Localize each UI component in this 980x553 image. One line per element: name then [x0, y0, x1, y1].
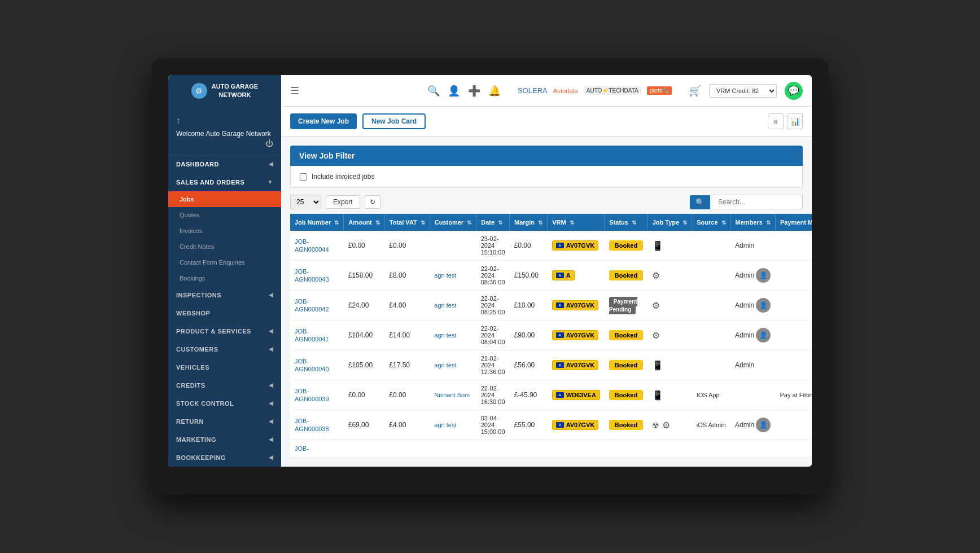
sidebar-label-sales-orders: SALES AND ORDERS — [176, 179, 244, 186]
job-number-link[interactable]: JOB-AGN000039 — [295, 388, 329, 402]
date-cell: 22-02-2024 08:36:00 — [476, 261, 510, 291]
col-payment-modes[interactable]: Payment Modes ⇅ — [775, 214, 812, 231]
include-invoiced-label[interactable]: Include invoiced jobs — [300, 173, 793, 181]
sidebar-item-dashboard[interactable]: DASHBOARD ◀ — [168, 155, 281, 173]
vrm-cell: A A — [548, 261, 605, 291]
search-submit-button[interactable]: 🔍 — [690, 195, 710, 209]
job-type-cell: ⚙ — [648, 261, 692, 291]
total-vat-cell: £14.00 — [384, 321, 430, 350]
new-job-card-button[interactable]: New Job Card — [362, 113, 426, 129]
collapse-icon-btn[interactable]: « — [768, 113, 784, 129]
col-margin[interactable]: Margin ⇅ — [510, 214, 548, 231]
job-number-link[interactable]: JOB-AGN000042 — [295, 298, 329, 313]
sidebar-item-contact-form[interactable]: Contact Form Enquiries — [168, 254, 281, 270]
refresh-button[interactable]: ↻ — [365, 195, 380, 209]
sidebar-collapse-arrow[interactable]: ↑ — [176, 116, 273, 126]
col-job-number[interactable]: Job Number ⇅ — [290, 214, 344, 231]
create-new-job-button[interactable]: Create New Job — [290, 113, 357, 129]
sidebar-item-inspections[interactable]: INSPECTIONS ◀ — [168, 286, 281, 304]
vrm-badge: A WD63VEA — [552, 390, 600, 400]
sidebar-item-bookings[interactable]: Bookings — [168, 270, 281, 286]
col-vrm[interactable]: VRM ⇅ — [548, 214, 605, 231]
sidebar-item-credits[interactable]: CREDITS ◀ — [168, 376, 281, 394]
sidebar-item-return[interactable]: RETURN ◀ — [168, 412, 281, 431]
col-source[interactable]: Source ⇅ — [692, 214, 730, 231]
add-icon[interactable]: ➕ — [468, 85, 480, 97]
sidebar-item-stock-control[interactable]: STOCK CONTROL ◀ — [168, 394, 281, 412]
members-cell: Admin 👤 — [730, 261, 775, 291]
source-cell — [692, 350, 730, 380]
phone-icon: 📱 — [652, 241, 663, 251]
vrm-credit-select[interactable]: VRM Credit: 82VRM Credit: 50VRM Credit: … — [709, 84, 777, 98]
source-cell — [692, 231, 730, 261]
whatsapp-button[interactable]: 💬 — [785, 82, 803, 100]
phone-icon: 📱 — [652, 361, 663, 370]
bell-icon[interactable]: 🔔 — [488, 85, 501, 97]
job-number-link[interactable]: JOB-AGN000038 — [295, 418, 329, 432]
job-number-link[interactable]: JOB-AGN000040 — [295, 358, 329, 372]
customer-link[interactable]: agn test — [434, 422, 456, 428]
hamburger-icon[interactable]: ☰ — [290, 85, 299, 97]
job-number-link[interactable]: JOB-AGN000043 — [295, 268, 329, 283]
sidebar-item-invoices[interactable]: Invoices — [168, 223, 281, 239]
search-icon[interactable]: 🔍 — [427, 85, 440, 97]
sidebar-item-quotes[interactable]: Quotes — [168, 207, 281, 223]
top-bar: ⚙ AUTO GARAGE NETWORK ☰ 🔍 👤 ➕ 🔔 SOLERA A… — [168, 75, 812, 107]
job-number-link[interactable]: JOB-AGN000041 — [295, 328, 329, 343]
phone-icon: 📱 — [652, 390, 663, 400]
col-members[interactable]: Members ⇅ — [730, 214, 775, 231]
col-customer[interactable]: Customer ⇅ — [430, 214, 476, 231]
return-arrow: ◀ — [269, 418, 274, 424]
customer-link[interactable]: agn test — [434, 332, 456, 339]
chart-icon-btn[interactable]: 📊 — [787, 113, 803, 129]
power-icon[interactable]: ⏻ — [265, 139, 273, 148]
total-vat-cell: £0.00 — [384, 231, 430, 261]
avatar: 👤 — [756, 418, 771, 432]
table-row: JOB-AGN000042£24.00£4.00agn test22-02-20… — [290, 291, 812, 321]
sidebar-label-contact-form: Contact Form Enquiries — [180, 259, 245, 266]
status-cell: Booked — [605, 350, 648, 380]
source-cell — [692, 291, 730, 321]
customer-cell — [430, 231, 476, 261]
export-button[interactable]: Export — [326, 195, 360, 209]
profile-icon[interactable]: 👤 — [448, 85, 460, 97]
date-cell: 03-04-2024 15:00:00 — [476, 410, 510, 440]
table-row: JOB-AGN000039£0.00£0.00Nishant Som22-02-… — [290, 380, 812, 410]
sidebar-item-jobs[interactable]: Jobs — [168, 191, 281, 207]
sidebar-item-product-services[interactable]: PRODUCT & SERVICES ◀ — [168, 322, 281, 340]
sidebar-item-customers[interactable]: CUSTOMERS ◀ — [168, 340, 281, 358]
status-badge: Booked — [609, 240, 643, 251]
job-number-link[interactable]: JOB-AGN000044 — [295, 238, 329, 253]
sidebar-item-webshop[interactable]: WEBSHOP — [168, 304, 281, 322]
table-body: JOB-AGN000044£0.00£0.0023-02-2024 15:10:… — [290, 231, 812, 458]
col-job-type[interactable]: Job Type ⇅ — [648, 214, 692, 231]
total-vat-cell: £8.00 — [384, 261, 430, 291]
jobs-table: Job Number ⇅ Amount ⇅ Total VAT ⇅ Custom… — [290, 214, 812, 458]
include-invoiced-checkbox[interactable] — [300, 173, 307, 181]
table-row: JOB-AGN000040£105.00£17.50agn test21-02-… — [290, 350, 812, 380]
source-cell — [692, 321, 730, 350]
customer-link[interactable]: Nishant Som — [434, 392, 470, 398]
col-total-vat[interactable]: Total VAT ⇅ — [384, 214, 430, 231]
customer-link[interactable]: agn test — [434, 302, 456, 309]
col-amount[interactable]: Amount ⇅ — [344, 214, 385, 231]
sidebar-item-sales-orders[interactable]: SALES AND ORDERS ▼ — [168, 173, 281, 191]
sidebar-item-credit-notes[interactable]: Credit Notes — [168, 239, 281, 254]
vrm-badge: A A — [552, 270, 575, 280]
sidebar-item-bookkeeping[interactable]: BOOKKEEPING ◀ — [168, 449, 281, 467]
per-page-select[interactable]: 2550100 — [290, 195, 321, 209]
main-layout: ↑ Welcome Auto Garage Network ⏻ DASHBOAR… — [168, 107, 812, 467]
sidebar-label-return: RETURN — [176, 418, 204, 425]
sidebar-item-marketing[interactable]: MARKETING ◀ — [168, 431, 281, 449]
vrm-badge: A AV07GVK — [552, 360, 599, 370]
customer-link[interactable]: agn test — [434, 272, 456, 279]
search-input[interactable] — [712, 195, 803, 209]
customer-link[interactable]: agn test — [434, 362, 456, 368]
inspections-arrow: ◀ — [269, 292, 274, 298]
sidebar-item-vehicles[interactable]: VEHICLES — [168, 358, 281, 376]
vrm-badge: A AV07GVK — [552, 420, 599, 430]
col-status[interactable]: Status ⇅ — [605, 214, 648, 231]
job-number-link[interactable]: JOB- — [295, 445, 309, 452]
cart-icon[interactable]: 🛒 — [689, 85, 701, 97]
col-date[interactable]: Date ⇅ — [476, 214, 510, 231]
